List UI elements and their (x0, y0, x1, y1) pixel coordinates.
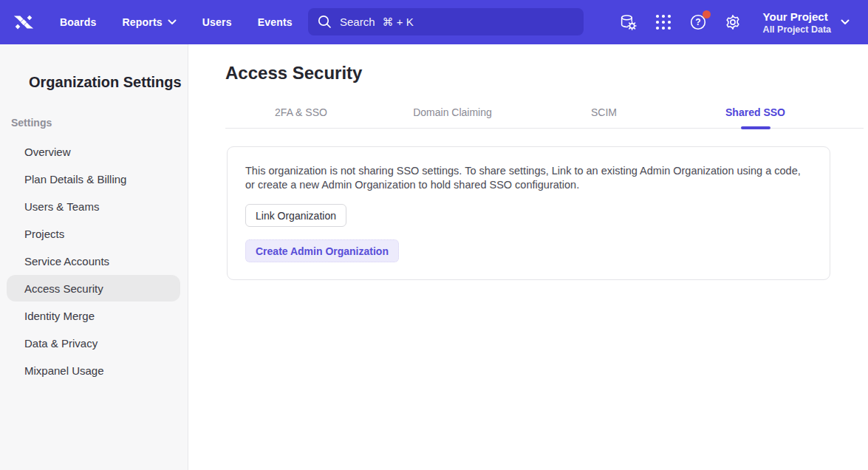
sidebar-item-label: Overview (24, 146, 71, 158)
apps-grid-icon[interactable] (654, 13, 673, 32)
main-content: Access Security 2FA & SSODomain Claiming… (189, 44, 868, 470)
settings-gear-icon[interactable] (723, 13, 742, 32)
project-scope: All Project Data (763, 24, 831, 35)
sidebar-item-plan-details-billing[interactable]: Plan Details & Billing (7, 166, 180, 192)
sidebar-item-label: Identity Merge (24, 310, 95, 322)
tabs: 2FA & SSODomain ClaimingSCIMShared SSO (225, 97, 831, 128)
sidebar: Organization Settings Settings OverviewP… (0, 44, 188, 470)
notification-badge (703, 10, 711, 18)
sidebar-item-projects[interactable]: Projects (7, 220, 180, 247)
sidebar-item-identity-merge[interactable]: Identity Merge (7, 302, 180, 329)
sidebar-item-service-accounts[interactable]: Service Accounts (7, 248, 180, 274)
sidebar-item-label: Mixpanel Usage (24, 364, 104, 377)
card-action-row: Link Organization (245, 192, 812, 227)
tabs-wrap: 2FA & SSODomain ClaimingSCIMShared SSO (225, 97, 864, 129)
nav-item-label: Events (258, 16, 293, 28)
project-switcher[interactable]: Your Project All Project Data (763, 10, 850, 35)
topbar-nav: BoardsReportsUsersEvents (60, 16, 293, 28)
chevron-down-icon (841, 19, 850, 25)
tab-label: Domain Claiming (413, 106, 492, 118)
help-icon[interactable]: ? (688, 13, 708, 32)
sidebar-item-label: Access Security (24, 282, 103, 295)
nav-item-events[interactable]: Events (258, 16, 293, 28)
sidebar-nav: OverviewPlan Details & BillingUsers & Te… (0, 138, 188, 384)
sidebar-item-users-teams[interactable]: Users & Teams (7, 193, 180, 219)
nav-item-label: Reports (122, 16, 162, 28)
search-shortcut: ⌘ + K (383, 16, 414, 29)
active-tab-underline (741, 126, 770, 129)
shared-sso-description: This organization is not sharing SSO set… (245, 164, 808, 192)
nav-item-label: Boards (60, 16, 96, 28)
sidebar-item-mixpanel-usage[interactable]: Mixpanel Usage (7, 357, 180, 384)
svg-text:?: ? (695, 17, 700, 27)
sidebar-item-label: Users & Teams (24, 200, 99, 213)
tab-scim[interactable]: SCIM (528, 97, 680, 128)
topbar: BoardsReportsUsersEvents Search ⌘ + K ? … (0, 0, 868, 44)
mixpanel-logo-icon[interactable] (13, 11, 35, 33)
sidebar-item-label: Plan Details & Billing (24, 173, 126, 185)
sidebar-item-label: Data & Privacy (24, 337, 98, 350)
sidebar-item-label: Service Accounts (24, 255, 109, 268)
card-action-row: Create Admin Organization (245, 227, 812, 262)
nav-item-label: Users (202, 16, 232, 28)
shared-sso-card: This organization is not sharing SSO set… (227, 146, 830, 280)
nav-item-reports[interactable]: Reports (122, 16, 176, 28)
data-management-icon[interactable] (619, 13, 638, 32)
search-label: Search (340, 16, 375, 28)
project-name: Your Project (763, 10, 831, 24)
sidebar-item-access-security[interactable]: Access Security (7, 275, 180, 302)
search-input[interactable]: Search ⌘ + K (308, 8, 584, 35)
sidebar-item-label: Projects (24, 228, 64, 240)
tab-2fa-sso[interactable]: 2FA & SSO (225, 97, 377, 128)
card-actions: Link OrganizationCreate Admin Organizati… (245, 192, 812, 262)
tab-label: SCIM (591, 106, 617, 118)
sidebar-title: Organization Settings (29, 74, 188, 91)
topbar-right: ? Your Project All Project Data (619, 0, 868, 44)
topbar-icons: ? (619, 13, 742, 32)
tab-label: Shared SSO (725, 106, 785, 118)
create-admin-organization-button[interactable]: Create Admin Organization (245, 239, 399, 262)
project-switcher-text: Your Project All Project Data (763, 10, 831, 35)
tab-domain-claiming[interactable]: Domain Claiming (377, 97, 528, 128)
page-title: Access Security (225, 62, 868, 84)
nav-item-users[interactable]: Users (202, 16, 232, 28)
search-icon (318, 15, 332, 29)
sidebar-item-data-privacy[interactable]: Data & Privacy (7, 330, 180, 356)
tab-shared-sso[interactable]: Shared SSO (680, 97, 831, 128)
sidebar-section-label: Settings (11, 117, 188, 129)
tab-label: 2FA & SSO (275, 106, 327, 118)
sidebar-item-overview[interactable]: Overview (7, 138, 180, 165)
nav-item-boards[interactable]: Boards (60, 16, 96, 28)
link-organization-button[interactable]: Link Organization (245, 204, 346, 227)
chevron-down-icon (168, 19, 177, 25)
